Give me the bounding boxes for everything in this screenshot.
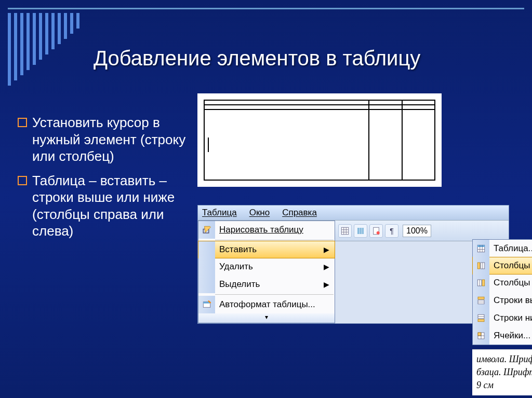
toolbar-button-pilcrow[interactable]: ¶ <box>385 224 398 238</box>
bullet-item: Таблица – вставить – строки выше или ниж… <box>16 172 187 240</box>
svg-rect-17 <box>478 319 484 322</box>
menu-item-insert[interactable]: Вставить ▶ <box>198 241 335 258</box>
example-table <box>197 93 442 187</box>
doc-line: бзаца. Шрифт Times 14. Отступ слева 9 см <box>476 366 532 392</box>
svg-rect-20 <box>478 333 481 336</box>
submenu-label: Столбцы справа <box>494 278 532 288</box>
svg-rect-10 <box>477 245 485 247</box>
menu-item-label: Удалить <box>219 262 253 272</box>
submenu-label: Ячейки... <box>494 331 530 341</box>
menu-item-delete[interactable]: Удалить ▶ <box>198 258 335 276</box>
rows-below-icon <box>473 309 489 327</box>
menu-item-select[interactable]: Выделить ▶ <box>198 276 335 293</box>
document-text-fragment: имвола. Шрифт Times 12,¶ бзаца. Шрифт Ti… <box>472 349 532 395</box>
insert-submenu: Таблица... Столбцы слева Столбцы справа <box>472 239 532 345</box>
submenu-arrow-icon: ▶ <box>324 245 329 254</box>
menu-item-label: Автоформат таблицы... <box>219 299 315 310</box>
slide-decor-stripes <box>8 13 79 86</box>
rows-above-icon <box>473 292 489 309</box>
submenu-arrow-icon: ▶ <box>324 263 329 271</box>
svg-point-8 <box>377 231 380 234</box>
menubar-item-table[interactable]: Таблица <box>202 208 237 218</box>
toolbar-button-table[interactable] <box>338 224 352 238</box>
svg-rect-13 <box>482 280 485 286</box>
submenu-item-rows-below[interactable]: Строки ниже <box>473 309 532 327</box>
blank-icon <box>198 258 215 276</box>
slide-body: Установить курсор в нужный элемент (стро… <box>16 104 516 388</box>
blank-icon <box>198 241 215 258</box>
svg-rect-11 <box>477 263 480 269</box>
menubar: Таблица Окно Справка <box>198 205 509 221</box>
slide-title: Добавление элементов в таблицу <box>94 47 511 70</box>
submenu-item-cells[interactable]: Ячейки... <box>473 327 532 345</box>
pencil-table-icon <box>198 221 215 239</box>
submenu-label: Строки ниже <box>494 313 532 323</box>
columns-left-icon <box>473 257 489 274</box>
submenu-item-cols-left[interactable]: Столбцы слева <box>472 257 532 275</box>
blank-icon <box>198 276 215 293</box>
menu-expand-chevron[interactable]: ▾ <box>198 313 335 323</box>
slide-top-rule <box>8 8 524 9</box>
autoformat-icon <box>198 296 215 313</box>
table-menu-dropdown: Нарисовать таблицу Вставить ▶ Удалить ▶ … <box>198 221 335 323</box>
submenu-label: Строки выше <box>494 295 532 306</box>
menu-item-label: Вставить <box>219 244 257 255</box>
menu-item-autoformat[interactable]: Автоформат таблицы... <box>198 296 335 313</box>
menubar-item-window[interactable]: Окно <box>249 208 270 218</box>
menu-item-draw-table[interactable]: Нарисовать таблицу <box>198 221 335 239</box>
svg-rect-4 <box>357 228 360 234</box>
submenu-item-rows-above[interactable]: Строки выше <box>473 292 532 309</box>
menu-item-label: Нарисовать таблицу <box>219 225 303 235</box>
zoom-value[interactable]: 100% <box>403 225 431 237</box>
toolbar-button-doc[interactable] <box>369 224 383 238</box>
insert-table-icon <box>473 240 489 257</box>
svg-rect-6 <box>362 228 364 234</box>
word-menu-screenshot: Таблица Окно Справка Нарисовать таблицу … <box>197 205 509 324</box>
svg-rect-5 <box>360 228 362 234</box>
toolbar: ¶ 100% <box>335 221 509 241</box>
menu-item-label: Выделить <box>219 279 260 290</box>
submenu-label: Таблица... <box>494 243 532 254</box>
cells-icon <box>473 327 489 345</box>
bullet-item: Установить курсор в нужный элемент (стро… <box>16 114 187 165</box>
submenu-item-cols-right[interactable]: Столбцы справа <box>473 274 532 292</box>
columns-right-icon <box>473 274 489 292</box>
text-cursor <box>208 138 209 152</box>
submenu-item-table[interactable]: Таблица... <box>473 240 532 257</box>
submenu-arrow-icon: ▶ <box>324 280 329 289</box>
svg-rect-3 <box>341 227 349 235</box>
submenu-label: Столбцы слева <box>494 260 532 271</box>
menubar-item-help[interactable]: Справка <box>282 208 317 218</box>
toolbar-button-columns[interactable] <box>354 224 367 238</box>
doc-line: имвола. Шрифт Times 12,¶ <box>476 353 532 366</box>
bullet-list: Установить курсор в нужный элемент (стро… <box>16 114 187 247</box>
svg-rect-15 <box>478 297 484 299</box>
